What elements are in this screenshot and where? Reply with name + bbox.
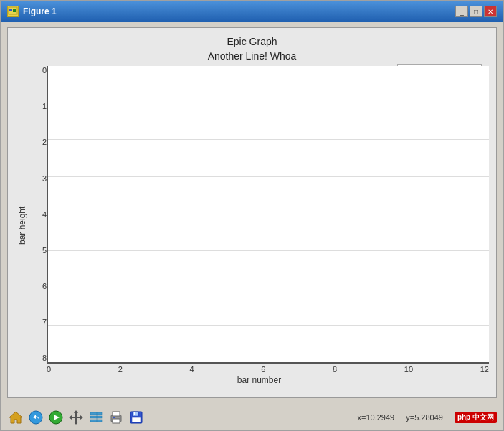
y-axis-label: bar height bbox=[15, 66, 29, 385]
x-tick-10: 10 bbox=[404, 365, 413, 374]
layers-icon[interactable] bbox=[87, 409, 105, 426]
window-title: Figure 1 bbox=[23, 6, 57, 16]
chart-plot-area: 8 7 6 5 4 3 2 1 0 bbox=[29, 66, 489, 385]
chart-title-line2: Another Line! Whoa bbox=[15, 49, 489, 64]
title-bar: Figure 1 _ □ ✕ bbox=[1, 1, 503, 22]
main-window: Figure 1 _ □ ✕ Epic Graph Another Line! … bbox=[0, 0, 504, 431]
svg-rect-2 bbox=[13, 9, 16, 12]
svg-marker-11 bbox=[69, 415, 72, 420]
content-area: Epic Graph Another Line! Whoa Example on… bbox=[1, 22, 503, 404]
chart-body: bar height 8 7 6 5 4 3 2 1 0 bbox=[15, 66, 489, 385]
save-icon[interactable] bbox=[128, 409, 145, 426]
svg-rect-23 bbox=[132, 417, 141, 422]
status-text: x=10.2949 y=5.28049 php 中文网 bbox=[358, 412, 497, 423]
svg-marker-10 bbox=[74, 422, 78, 425]
php-badge: php 中文网 bbox=[455, 412, 497, 423]
print-icon[interactable] bbox=[108, 409, 125, 426]
title-bar-left: Figure 1 bbox=[7, 6, 57, 17]
svg-rect-24 bbox=[134, 412, 135, 415]
forward-icon[interactable] bbox=[47, 409, 65, 426]
bottom-toolbar: x=10.2949 y=5.28049 php 中文网 bbox=[1, 404, 503, 430]
svg-marker-12 bbox=[80, 415, 83, 420]
x-axis-label: bar number bbox=[29, 375, 489, 385]
pan-icon[interactable] bbox=[67, 409, 85, 426]
window-controls: _ □ ✕ bbox=[455, 6, 497, 17]
chart-title-line1: Epic Graph bbox=[15, 35, 489, 49]
bars-area bbox=[48, 66, 489, 362]
close-button[interactable]: ✕ bbox=[484, 6, 497, 17]
home-icon[interactable] bbox=[7, 409, 24, 426]
svg-rect-19 bbox=[113, 419, 120, 423]
x-tick-6: 6 bbox=[261, 365, 265, 374]
toolbar-icons bbox=[7, 409, 145, 426]
svg-rect-1 bbox=[9, 9, 12, 11]
svg-marker-3 bbox=[9, 412, 22, 423]
minimize-button[interactable]: _ bbox=[455, 6, 468, 17]
plot-with-yaxis: 8 7 6 5 4 3 2 1 0 bbox=[29, 66, 489, 364]
chart-container: Epic Graph Another Line! Whoa Example on… bbox=[7, 27, 497, 398]
svg-rect-13 bbox=[90, 412, 102, 415]
x-tick-0: 0 bbox=[47, 365, 51, 374]
x-tick-4: 4 bbox=[190, 365, 194, 374]
x-tick-2: 2 bbox=[118, 365, 123, 374]
svg-rect-14 bbox=[90, 416, 102, 418]
x-tick-12: 12 bbox=[480, 365, 489, 374]
svg-rect-20 bbox=[113, 417, 115, 418]
svg-rect-15 bbox=[90, 420, 102, 422]
svg-marker-9 bbox=[74, 410, 78, 413]
back-icon[interactable] bbox=[27, 409, 44, 426]
maximize-button[interactable]: □ bbox=[470, 6, 482, 17]
svg-rect-18 bbox=[113, 412, 120, 416]
plot-canvas bbox=[47, 66, 489, 364]
chart-title: Epic Graph Another Line! Whoa bbox=[15, 35, 489, 63]
x-tick-8: 8 bbox=[333, 365, 337, 374]
status-x: x=10.2949 bbox=[358, 413, 395, 422]
window-icon bbox=[7, 6, 19, 17]
y-ticks: 8 7 6 5 4 3 2 1 0 bbox=[29, 66, 47, 364]
status-y: y=5.28049 bbox=[406, 413, 443, 422]
x-ticks: 0 2 4 6 8 10 12 bbox=[29, 365, 489, 374]
